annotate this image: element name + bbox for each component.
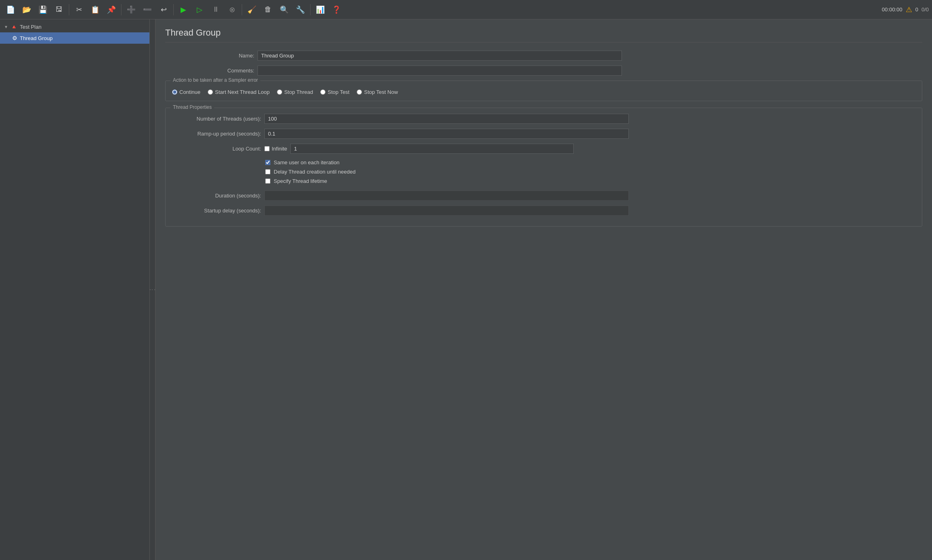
paste-button[interactable]: 📌 bbox=[104, 2, 119, 17]
clear-button[interactable]: 🧹 bbox=[245, 2, 259, 17]
run-no-pause-button[interactable]: ▷ bbox=[192, 2, 207, 17]
open-button[interactable]: 📂 bbox=[19, 2, 34, 17]
name-label: Name: bbox=[165, 53, 254, 59]
run-button[interactable]: ▶ bbox=[176, 2, 191, 17]
cut-button[interactable]: ✂ bbox=[72, 2, 86, 17]
error-counter: 0 bbox=[915, 6, 918, 13]
sidebar-resize-handle[interactable]: ⋮ bbox=[150, 19, 155, 560]
function-helper-button[interactable]: 🔧 bbox=[293, 2, 308, 17]
main-layout: ▼ 🔺 Test Plan ⚙ Thread Group ⋮ Thread Gr… bbox=[0, 19, 932, 560]
save-button[interactable]: 💾 bbox=[36, 2, 50, 17]
radio-stop-test-label: Stop Test bbox=[328, 89, 349, 95]
radio-stop-thread[interactable]: Stop Thread bbox=[277, 89, 313, 95]
num-threads-label: Number of Threads (users): bbox=[172, 116, 261, 122]
delay-thread-checkbox[interactable] bbox=[265, 169, 270, 174]
rampup-input[interactable] bbox=[264, 129, 629, 139]
same-user-label[interactable]: Same user on each iteration bbox=[265, 159, 340, 165]
test-plan-icon: 🔺 bbox=[11, 23, 17, 30]
same-user-checkbox[interactable] bbox=[265, 160, 270, 165]
sampler-error-radio-group: Continue Start Next Thread Loop Stop Thr… bbox=[172, 87, 915, 95]
undo-button[interactable]: ↩ bbox=[156, 2, 171, 17]
timer-display: 00:00:00 bbox=[882, 6, 902, 13]
remove-button[interactable]: ➖ bbox=[140, 2, 155, 17]
toolbar: 📄 📂 💾 🖫 ✂ 📋 📌 ➕ ➖ ↩ ▶ ▷ ⏸ ⊗ 🧹 🗑 🔍 🔧 📊 ❓ … bbox=[0, 0, 932, 19]
toolbar-separator-3 bbox=[173, 4, 174, 15]
sidebar-item-label-thread-group: Thread Group bbox=[20, 35, 53, 41]
infinite-label: Infinite bbox=[272, 146, 287, 152]
radio-stop-thread-label: Stop Thread bbox=[284, 89, 313, 95]
radio-stop-test-now[interactable]: Stop Test Now bbox=[357, 89, 398, 95]
num-threads-row: Number of Threads (users): bbox=[172, 114, 915, 124]
clear-all-button[interactable]: 🗑 bbox=[261, 2, 275, 17]
page-title: Thread Group bbox=[165, 28, 922, 42]
duration-input[interactable] bbox=[264, 191, 629, 201]
loop-count-input[interactable] bbox=[290, 144, 574, 154]
specify-lifetime-label[interactable]: Specify Thread lifetime bbox=[265, 178, 327, 184]
tree-arrow-test-plan: ▼ bbox=[4, 25, 8, 29]
radio-stop-test-input[interactable] bbox=[320, 89, 326, 95]
duration-row: Duration (seconds): bbox=[172, 191, 915, 201]
radio-continue-label: Continue bbox=[179, 89, 200, 95]
startup-delay-row: Startup delay (seconds): bbox=[172, 206, 915, 216]
help-button[interactable]: ❓ bbox=[329, 2, 344, 17]
infinite-checkbox-label[interactable]: Infinite bbox=[264, 146, 287, 152]
thread-group-icon: ⚙ bbox=[12, 35, 17, 41]
name-input[interactable] bbox=[257, 51, 622, 61]
toolbar-separator-4 bbox=[242, 4, 242, 15]
num-threads-input[interactable] bbox=[264, 114, 629, 124]
toolbar-separator-1 bbox=[69, 4, 69, 15]
thread-properties-section: Thread Properties Number of Threads (use… bbox=[165, 108, 922, 227]
radio-start-next-loop-input[interactable] bbox=[208, 89, 213, 95]
loop-count-label: Loop Count: bbox=[172, 146, 261, 152]
radio-start-next-loop[interactable]: Start Next Thread Loop bbox=[208, 89, 270, 95]
sidebar-item-label-test-plan: Test Plan bbox=[20, 24, 41, 30]
content-panel: Thread Group Name: Comments: Action to b… bbox=[155, 19, 932, 560]
specify-lifetime-checkbox[interactable] bbox=[265, 178, 270, 184]
radio-stop-test[interactable]: Stop Test bbox=[320, 89, 349, 95]
new-button[interactable]: 📄 bbox=[3, 2, 18, 17]
sidebar: ▼ 🔺 Test Plan ⚙ Thread Group bbox=[0, 19, 150, 560]
delay-thread-label[interactable]: Delay Thread creation until needed bbox=[265, 169, 355, 175]
same-user-text: Same user on each iteration bbox=[274, 159, 340, 165]
rampup-row: Ramp-up period (seconds): bbox=[172, 129, 915, 139]
startup-delay-input[interactable] bbox=[264, 206, 629, 216]
toolbar-right: 00:00:00 ⚠ 0 0/0 bbox=[882, 5, 929, 14]
thread-props-title: Thread Properties bbox=[170, 104, 214, 110]
sidebar-item-thread-group[interactable]: ⚙ Thread Group bbox=[0, 32, 149, 44]
radio-stop-thread-input[interactable] bbox=[277, 89, 282, 95]
specify-lifetime-row: Specify Thread lifetime bbox=[265, 176, 915, 186]
toolbar-separator-2 bbox=[121, 4, 121, 15]
delay-thread-row: Delay Thread creation until needed bbox=[265, 167, 915, 176]
radio-stop-test-now-label: Stop Test Now bbox=[364, 89, 398, 95]
comments-label: Comments: bbox=[165, 68, 254, 74]
sampler-error-section: Action to be taken after a Sampler error… bbox=[165, 81, 922, 101]
radio-continue-input[interactable] bbox=[172, 89, 177, 95]
infinite-checkbox[interactable] bbox=[264, 146, 270, 151]
stop-now-button[interactable]: ⊗ bbox=[225, 2, 239, 17]
log-viewer-button[interactable]: 📊 bbox=[313, 2, 328, 17]
delay-thread-text: Delay Thread creation until needed bbox=[274, 169, 355, 175]
radio-stop-test-now-input[interactable] bbox=[357, 89, 362, 95]
add-button[interactable]: ➕ bbox=[124, 2, 138, 17]
duration-label: Duration (seconds): bbox=[172, 193, 261, 199]
sampler-error-title: Action to be taken after a Sampler error bbox=[170, 77, 260, 83]
same-user-row: Same user on each iteration bbox=[265, 158, 915, 167]
comments-input[interactable] bbox=[257, 66, 622, 76]
sidebar-item-test-plan[interactable]: ▼ 🔺 Test Plan bbox=[0, 21, 149, 32]
comments-row: Comments: bbox=[165, 66, 922, 76]
copy-button[interactable]: 📋 bbox=[88, 2, 102, 17]
radio-start-next-loop-label: Start Next Thread Loop bbox=[215, 89, 270, 95]
warning-icon: ⚠ bbox=[906, 5, 912, 14]
ratio-counter: 0/0 bbox=[921, 6, 929, 13]
save-as-button[interactable]: 🖫 bbox=[52, 2, 66, 17]
radio-continue[interactable]: Continue bbox=[172, 89, 200, 95]
startup-delay-label: Startup delay (seconds): bbox=[172, 208, 261, 214]
stop-button[interactable]: ⏸ bbox=[209, 2, 223, 17]
rampup-label: Ramp-up period (seconds): bbox=[172, 131, 261, 137]
specify-lifetime-text: Specify Thread lifetime bbox=[274, 178, 327, 184]
search-button[interactable]: 🔍 bbox=[277, 2, 292, 17]
toolbar-separator-5 bbox=[310, 4, 311, 15]
loop-count-row: Loop Count: Infinite bbox=[172, 144, 915, 154]
name-row: Name: bbox=[165, 51, 922, 61]
